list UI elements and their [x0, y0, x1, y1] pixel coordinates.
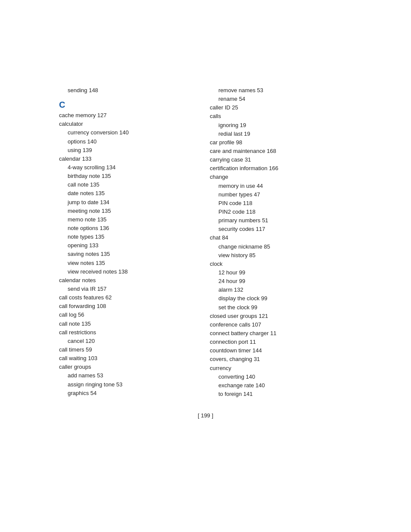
index-entry: C [59, 99, 201, 110]
index-entry: change [210, 173, 352, 181]
index-entry: call timers 59 [59, 345, 201, 354]
index-entry: carrying case 31 [210, 156, 352, 164]
index-entry: opening 133 [59, 241, 201, 250]
index-entry: alarm 132 [210, 286, 352, 294]
index-entry: sending 148 [59, 86, 201, 95]
index-entry: calls [210, 112, 352, 121]
index-entry: saving notes 135 [59, 250, 201, 258]
index-entry: connection port 11 [210, 338, 352, 346]
index-entry: memo note 135 [59, 215, 201, 224]
index-entry: exchange rate 140 [210, 381, 352, 390]
index-entry: 4-way scrolling 134 [59, 163, 201, 172]
index-entry: call restrictions [59, 328, 201, 337]
index-entry: ignoring 19 [210, 121, 352, 130]
index-entry: set the clock 99 [210, 303, 352, 312]
index-entry: using 139 [59, 146, 201, 155]
index-entry: primary numbers 51 [210, 216, 352, 225]
page-number-footer: [ 199 ] [198, 411, 213, 420]
index-entry: cancel 120 [59, 337, 201, 345]
index-entry: currency conversion 140 [59, 128, 201, 137]
index-entry: chat 84 [210, 233, 352, 242]
index-entry: conference calls 107 [210, 320, 352, 329]
index-entry: date notes 135 [59, 189, 201, 198]
left-column: sending 148Ccache memory 127calculatorcu… [55, 86, 206, 398]
index-entry: care and maintenance 168 [210, 147, 352, 156]
index-entry: caller ID 25 [210, 103, 352, 112]
index-entry: meeting note 135 [59, 207, 201, 215]
index-entry: PIN code 118 [210, 199, 352, 208]
page-container: sending 148Ccache memory 127calculatorcu… [0, 0, 411, 532]
index-entry: calendar notes [59, 276, 201, 285]
index-entry: remove names 53 [210, 86, 352, 95]
right-column: remove names 53rename 54caller ID 25call… [206, 86, 356, 398]
index-entry: clock [210, 260, 352, 268]
index-entry: certification information 166 [210, 164, 352, 173]
index-columns: sending 148Ccache memory 127calculatorcu… [55, 86, 356, 398]
index-entry: connect battery charger 11 [210, 329, 352, 338]
index-entry: call forwarding 108 [59, 302, 201, 311]
index-entry: call note 135 [59, 180, 201, 189]
index-entry: send via IR 157 [59, 285, 201, 293]
index-entry: 24 hour 99 [210, 277, 352, 286]
index-entry: note types 135 [59, 233, 201, 241]
index-entry: cache memory 127 [59, 111, 201, 120]
index-entry: add names 53 [59, 371, 201, 380]
index-entry: 12 hour 99 [210, 268, 352, 277]
index-entry: number types 47 [210, 190, 352, 199]
index-entry: change nickname 85 [210, 243, 352, 251]
index-entry: display the clock 99 [210, 294, 352, 303]
index-entry: PIN2 code 118 [210, 208, 352, 216]
index-entry: view received notes 138 [59, 268, 201, 276]
index-entry: graphics 54 [59, 389, 201, 398]
index-entry: birthday note 135 [59, 172, 201, 180]
index-entry: currency [210, 364, 352, 373]
index-entry: assign ringing tone 53 [59, 380, 201, 389]
index-entry: jump to date 134 [59, 198, 201, 207]
index-entry: options 140 [59, 137, 201, 146]
index-entry: caller groups [59, 363, 201, 371]
index-entry: calendar 133 [59, 155, 201, 163]
index-entry: memory in use 44 [210, 182, 352, 190]
index-entry: call waiting 103 [59, 354, 201, 363]
index-entry: calculator [59, 120, 201, 128]
index-entry: rename 54 [210, 95, 352, 103]
index-entry: car profile 98 [210, 138, 352, 147]
index-entry: security codes 117 [210, 225, 352, 233]
index-entry: call costs features 62 [59, 293, 201, 302]
index-entry: view history 85 [210, 251, 352, 260]
index-entry: call log 56 [59, 311, 201, 319]
index-entry: countdown timer 144 [210, 346, 352, 355]
index-entry: redial last 19 [210, 130, 352, 138]
index-entry: to foreign 141 [210, 390, 352, 398]
index-entry: covers, changing 31 [210, 355, 352, 364]
index-entry: call note 135 [59, 320, 201, 328]
index-entry: closed user groups 121 [210, 312, 352, 320]
index-entry: converting 140 [210, 373, 352, 381]
index-entry: note options 136 [59, 224, 201, 233]
index-entry: view notes 135 [59, 259, 201, 268]
